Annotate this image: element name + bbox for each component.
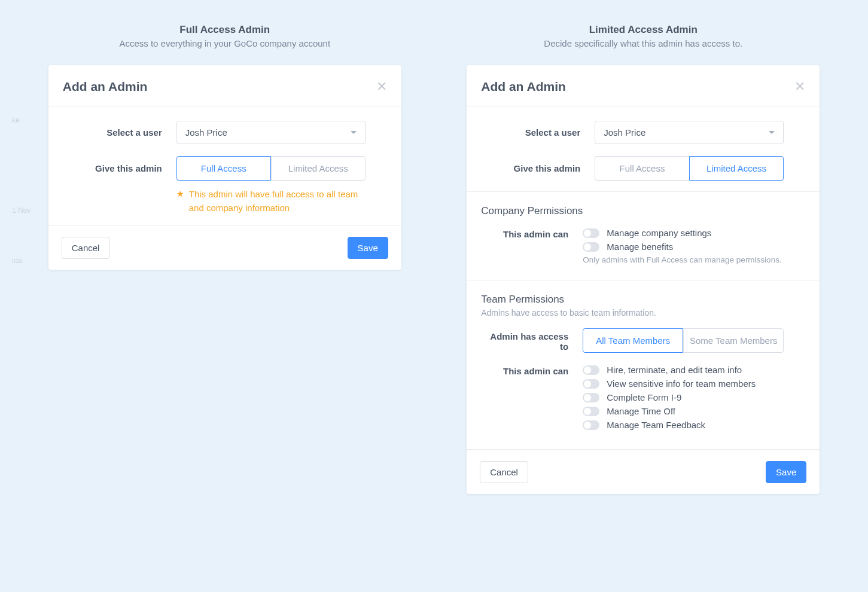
permission-label: Hire, terminate, and edit team info (607, 365, 742, 375)
permission-item: Manage company settings (583, 228, 784, 238)
modal-title: Add an Admin (481, 80, 566, 94)
selected-user-value: Josh Price (185, 127, 227, 138)
this-admin-can-label: This admin can (481, 365, 583, 376)
permission-item: Manage Time Off (583, 406, 784, 416)
full-access-option[interactable]: Full Access (595, 156, 690, 181)
full-access-option[interactable]: Full Access (176, 156, 271, 181)
permission-label: Manage company settings (607, 228, 711, 238)
team-permissions-section: Team Permissions Admins have access to b… (467, 280, 820, 449)
permission-item: View sensitive info for team members (583, 379, 784, 389)
toggle-form-i9[interactable] (583, 393, 599, 402)
some-team-members-option[interactable]: Some Team Members (683, 328, 784, 353)
user-select[interactable]: Josh Price (595, 121, 784, 144)
selected-user-value: Josh Price (604, 127, 645, 138)
save-button[interactable]: Save (348, 237, 388, 259)
give-access-label: Give this admin (481, 163, 595, 173)
chevron-down-icon (769, 131, 775, 134)
permission-item: Hire, terminate, and edit team info (583, 365, 784, 375)
member-scope-segmented-control: All Team Members Some Team Members (583, 328, 784, 353)
all-team-members-option[interactable]: All Team Members (583, 328, 683, 353)
section-title: Company Permissions (481, 205, 784, 217)
column-subtitle: Decide specifically what this admin has … (544, 38, 742, 48)
company-permissions-section: Company Permissions This admin can Manag… (467, 192, 820, 280)
section-subtitle: Admins have access to basic team informa… (481, 308, 784, 318)
permission-item: Manage benefits (583, 242, 784, 252)
user-select[interactable]: Josh Price (176, 121, 366, 144)
toggle-manage-benefits[interactable] (583, 242, 599, 252)
add-admin-modal-limited: Add an Admin ✕ Select a user Josh Price … (467, 65, 820, 494)
permission-label: Complete Form I-9 (607, 392, 681, 402)
company-perm-help-text: Only admins with Full Access can manage … (583, 255, 784, 264)
toggle-time-off[interactable] (583, 407, 599, 416)
cancel-button[interactable]: Cancel (62, 237, 110, 259)
section-title: Team Permissions (481, 294, 784, 306)
column-title: Limited Access Admin (589, 24, 698, 36)
give-access-label: Give this admin (63, 163, 176, 173)
admin-access-to-label: Admin has access to (481, 330, 583, 352)
cancel-button[interactable]: Cancel (480, 461, 528, 483)
column-title: Full Access Admin (179, 24, 270, 36)
select-user-label: Select a user (481, 127, 595, 138)
toggle-manage-company-settings[interactable] (583, 228, 599, 238)
permission-label: Manage benefits (607, 242, 673, 252)
toggle-view-sensitive[interactable] (583, 379, 599, 389)
permission-item: Complete Form I-9 (583, 392, 784, 402)
this-admin-can-label: This admin can (481, 228, 583, 239)
star-icon: ★ (176, 189, 184, 215)
close-icon[interactable]: ✕ (794, 80, 805, 93)
limited-access-column: Limited Access Admin Decide specifically… (446, 24, 841, 494)
permission-label: Manage Time Off (607, 406, 675, 416)
full-access-column: Full Access Admin Access to everything i… (28, 24, 422, 494)
permission-item: Manage Team Feedback (583, 420, 784, 430)
save-button[interactable]: Save (766, 461, 806, 483)
toggle-hire-terminate[interactable] (583, 365, 599, 375)
add-admin-modal-full: Add an Admin ✕ Select a user Josh Price … (48, 65, 401, 270)
limited-access-option[interactable]: Limited Access (689, 156, 784, 181)
close-icon[interactable]: ✕ (376, 80, 387, 93)
select-user-label: Select a user (63, 127, 176, 138)
access-segmented-control: Full Access Limited Access (176, 156, 366, 181)
permission-label: View sensitive info for team members (607, 379, 756, 389)
toggle-team-feedback[interactable] (583, 420, 599, 430)
modal-title: Add an Admin (63, 80, 148, 94)
full-access-note: This admin will have full access to all … (189, 188, 366, 215)
permission-label: Manage Team Feedback (607, 420, 705, 430)
column-subtitle: Access to everything in your GoCo compan… (119, 38, 330, 48)
chevron-down-icon (351, 131, 357, 134)
access-segmented-control: Full Access Limited Access (595, 156, 784, 181)
limited-access-option[interactable]: Limited Access (271, 156, 366, 181)
